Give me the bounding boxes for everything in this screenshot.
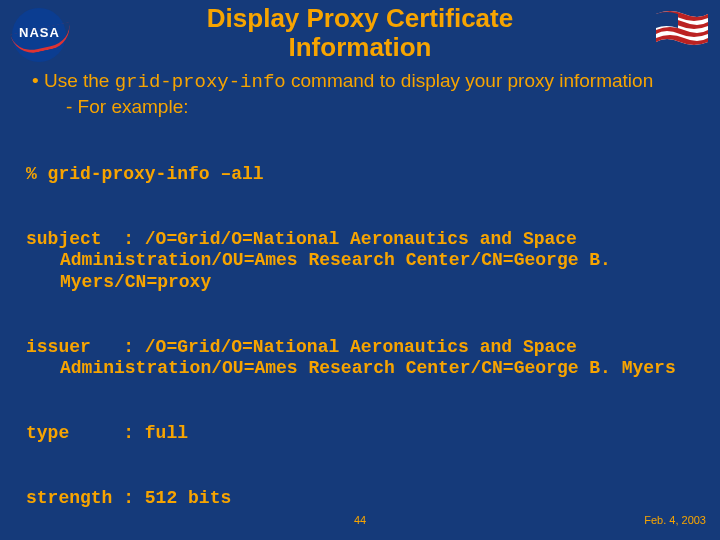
code-line: issuer : /O=Grid/O=National Aeronautics … <box>26 337 694 380</box>
footer: 44 Feb. 4, 2003 <box>0 514 720 532</box>
slide-title: Display Proxy CertificateInformation <box>0 0 720 61</box>
code-line: % grid-proxy-info –all <box>26 164 694 186</box>
page-number: 44 <box>354 514 366 526</box>
bullet-text-post: command to display your proxy informatio… <box>286 70 654 91</box>
footer-date: Feb. 4, 2003 <box>644 514 706 526</box>
title-line-2: Information <box>289 32 432 62</box>
us-flag-icon <box>654 6 710 48</box>
title-line-1: Display Proxy Certificate <box>207 3 513 33</box>
slide-body: • Use the grid-proxy-info command to dis… <box>0 61 720 540</box>
bullet-main: • Use the grid-proxy-info command to dis… <box>20 69 700 95</box>
bullet-text-pre: Use the <box>44 70 115 91</box>
nasa-logo: NASA <box>8 8 72 62</box>
code-block: % grid-proxy-info –all subject : /O=Grid… <box>20 119 700 540</box>
bullet-sub: - For example: <box>20 95 700 119</box>
code-line: strength : 512 bits <box>26 488 694 510</box>
code-line: subject : /O=Grid/O=National Aeronautics… <box>26 229 694 294</box>
code-line: type : full <box>26 423 694 445</box>
bullet-command: grid-proxy-info <box>115 71 286 93</box>
